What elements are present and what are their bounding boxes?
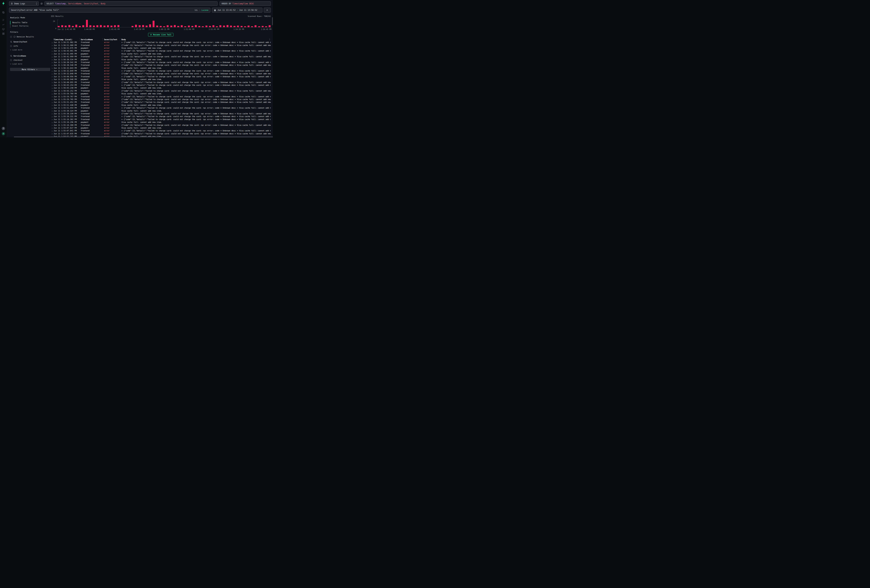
row-expand-cell[interactable]	[51, 55, 54, 58]
table-row[interactable]: Jun 11 1:56:32.843 PMpaymenterrorVisa ca…	[51, 67, 271, 69]
row-expand-cell[interactable]	[51, 113, 54, 115]
histogram-bar[interactable]	[107, 25, 109, 27]
histogram-bar[interactable]	[191, 26, 193, 27]
table-row[interactable]: Jun 11 1:56:08.948 PMpaymenterrorVisa ca…	[51, 78, 271, 81]
table-row[interactable]: Jun 11 1:56:08.955 PMfrontenderror{"code…	[51, 81, 271, 83]
table-row[interactable]: Jun 11 1:56:03.254 PMfrontenderror× {"co…	[51, 84, 271, 86]
histogram-bar[interactable]	[198, 26, 200, 27]
histogram-bar[interactable]	[72, 26, 74, 27]
table-row[interactable]: Jun 11 1:56:51.982 PMfrontenderror× {"co…	[51, 41, 271, 44]
column-settings-icon[interactable]	[269, 39, 270, 40]
table-row[interactable]: Jun 11 1:55:16.300 PMfrontenderror{"code…	[51, 124, 271, 126]
source-select[interactable]: Demo Logs	[9, 1, 39, 6]
row-expand-cell[interactable]	[51, 50, 54, 52]
row-expand-cell[interactable]	[51, 107, 54, 109]
histogram-bar[interactable]	[93, 25, 95, 27]
table-row[interactable]: Jun 11 1:55:07.835 PMfrontenderror{"code…	[51, 132, 271, 135]
histogram-bar[interactable]	[213, 25, 215, 27]
table-row[interactable]: Jun 11 1:55:59.760 PMpaymenterrorVisa ca…	[51, 92, 271, 95]
histogram-bar[interactable]	[100, 25, 102, 27]
table-row[interactable]: Jun 11 1:55:59.767 PMfrontenderror× {"co…	[51, 95, 271, 98]
table-row[interactable]: Jun 11 1:56:38.542 PMfrontenderror× {"co…	[51, 61, 271, 64]
row-expand-cell[interactable]	[51, 90, 54, 92]
filter-option-checkout[interactable]: checkout	[10, 59, 48, 62]
denoise-results-row[interactable]: Denoise Results	[10, 35, 48, 38]
table-row[interactable]: Jun 11 1:56:32.848 PMfrontenderror{"code…	[51, 72, 271, 75]
checkout-checkbox[interactable]	[10, 59, 12, 61]
table-row[interactable]: Jun 11 1:55:07.841 PMfrontenderror× {"co…	[51, 129, 271, 132]
histogram-bar[interactable]	[149, 24, 151, 27]
help-button[interactable]: ?	[2, 127, 5, 130]
histogram-bar[interactable]	[258, 26, 260, 27]
histogram-bar[interactable]	[61, 25, 63, 27]
histogram-bar[interactable]	[75, 25, 77, 27]
histogram-bar[interactable]	[69, 25, 70, 27]
histogram-bar[interactable]	[247, 25, 250, 27]
row-expand-cell[interactable]	[51, 124, 54, 126]
histogram-bar[interactable]	[65, 25, 67, 27]
table-row[interactable]: Jun 11 1:55:39.330 PMfrontenderror{"code…	[51, 112, 271, 115]
histogram-bar[interactable]	[174, 25, 176, 27]
table-row[interactable]: Jun 11 1:56:51.980 PMfrontenderror{"code…	[51, 44, 271, 46]
table-row[interactable]: Jun 11 1:55:39.331 PMfrontenderror× {"co…	[51, 115, 271, 118]
filter-option-info[interactable]: info	[10, 45, 48, 48]
row-expand-cell[interactable]	[51, 81, 54, 83]
histogram-bar[interactable]	[135, 25, 137, 27]
table-row[interactable]: Jun 11 1:56:38.534 PMpaymenterrorVisa ca…	[51, 58, 271, 61]
row-expand-cell[interactable]	[51, 73, 54, 74]
row-expand-cell[interactable]	[51, 67, 54, 69]
row-expand-cell[interactable]	[51, 84, 54, 86]
row-expand-cell[interactable]	[51, 64, 54, 66]
histogram-bar[interactable]	[226, 25, 228, 27]
histogram-bar[interactable]	[114, 25, 116, 27]
histogram-bar[interactable]	[160, 26, 162, 27]
resume-live-tail-button[interactable]: Resume Live Tail	[148, 33, 174, 37]
histogram-bar[interactable]	[209, 26, 211, 27]
more-filters-button[interactable]: More filters	[10, 68, 50, 71]
table-row[interactable]: Jun 11 1:55:59.765 PMfrontenderror{"code…	[51, 98, 271, 101]
horizontal-scrollbar-thumb[interactable]	[14, 137, 273, 137]
row-expand-cell[interactable]	[51, 58, 54, 61]
mode-event-patterns[interactable]: Event Patterns	[10, 24, 48, 28]
histogram-bar[interactable]	[188, 25, 190, 27]
row-expand-cell[interactable]	[51, 110, 54, 112]
sidebar-item-sessions[interactable]	[0, 27, 7, 31]
histogram-bar[interactable]	[177, 26, 179, 27]
histogram-bar[interactable]	[251, 26, 253, 27]
row-expand-cell[interactable]	[51, 95, 54, 98]
histogram-bar[interactable]	[131, 26, 134, 27]
app-logo[interactable]	[0, 0, 7, 7]
row-expand-cell[interactable]	[51, 104, 54, 106]
row-expand-cell[interactable]	[51, 92, 54, 95]
table-row[interactable]: Jun 11 1:55:07.827 PMpaymenterrorVisa ca…	[51, 127, 271, 129]
info-checkbox[interactable]	[10, 45, 12, 47]
table-row[interactable]: Jun 11 1:56:42.995 PMpaymenterrorVisa ca…	[51, 52, 271, 55]
table-row[interactable]: Jun 11 1:56:42.999 PMfrontenderror{"code…	[51, 55, 271, 58]
histogram-bar[interactable]	[153, 21, 155, 27]
mode-results-table[interactable]: Results Table	[10, 21, 48, 24]
col-timestamp[interactable]: Timestamp (Local)	[54, 39, 79, 40]
row-expand-cell[interactable]	[51, 61, 54, 63]
table-row[interactable]: Jun 11 1:55:51.452 PMfrontenderror{"code…	[51, 101, 271, 104]
load-more-service[interactable]: Load more	[10, 63, 48, 65]
vertical-scrollbar-thumb[interactable]	[272, 17, 273, 25]
histogram-bar[interactable]	[237, 25, 239, 27]
select-clause-input[interactable]: SELECT Timestamp, ServiceName, SeverityT…	[45, 1, 218, 6]
col-body[interactable]: Body	[121, 39, 271, 40]
histogram-bar[interactable]	[195, 25, 197, 27]
table-row[interactable]: Jun 11 1:56:43.001 PMfrontenderror× {"co…	[51, 49, 271, 52]
histogram-bar[interactable]	[58, 26, 60, 27]
histogram-bar[interactable]	[265, 26, 267, 27]
histogram-bar[interactable]	[269, 25, 271, 27]
table-row[interactable]: Jun 11 1:55:51.454 PMfrontenderror× {"co…	[51, 106, 271, 109]
row-expand-cell[interactable]	[51, 76, 54, 77]
row-expand-cell[interactable]	[51, 78, 54, 80]
row-expand-cell[interactable]	[51, 87, 54, 89]
row-expand-cell[interactable]	[51, 70, 54, 72]
histogram-bar[interactable]	[262, 26, 264, 27]
row-expand-cell[interactable]	[51, 127, 54, 129]
table-row[interactable]: Jun 11 1:56:08.956 PMfrontenderror× {"co…	[51, 75, 271, 78]
histogram-bar[interactable]	[96, 25, 98, 27]
histogram-bar[interactable]	[184, 26, 186, 27]
row-expand-cell[interactable]	[51, 101, 54, 103]
